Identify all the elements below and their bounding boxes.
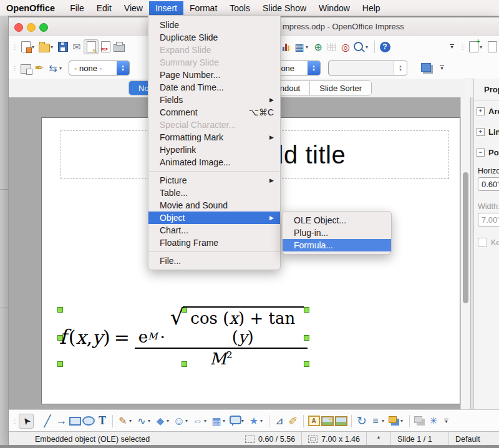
menu-item-movie-and-sound[interactable]: Movie and Sound xyxy=(148,199,280,212)
line-tool-button[interactable]: ╱ xyxy=(41,414,54,428)
menu-item-slide[interactable]: Slide xyxy=(148,19,280,31)
glue-points-button[interactable]: ✐ xyxy=(286,414,300,428)
style-pen-button[interactable]: ✒ xyxy=(32,61,46,75)
collapse-icon[interactable]: − xyxy=(477,149,485,157)
slide-layout-button[interactable] xyxy=(485,40,499,54)
new-slide-dropdown-icon[interactable]: ▾ xyxy=(480,44,485,50)
menu-item-duplicate-slide[interactable]: Duplicate Slide xyxy=(148,31,280,44)
arrow-style-button[interactable]: ⇆ xyxy=(46,61,60,75)
menubar-item-insert[interactable]: Insert xyxy=(149,1,183,15)
edit-mode-button[interactable]: ✎ xyxy=(84,39,99,54)
drawbar-overflow-button[interactable]: ▾ xyxy=(444,419,448,424)
new-document-button[interactable] xyxy=(19,40,32,54)
menubar-item-format[interactable]: Format xyxy=(183,1,223,15)
group-button[interactable] xyxy=(413,414,427,428)
export-pdf-button[interactable]: PDF xyxy=(99,40,112,54)
curve-tool-button[interactable]: ✎ xyxy=(116,414,130,428)
arrow-tool-button[interactable]: → xyxy=(54,414,68,428)
zoom-dropdown-icon[interactable]: ▾ xyxy=(366,44,371,50)
new-slide-button[interactable]: + xyxy=(467,40,480,54)
line-style-combobox[interactable]: - none - ▴▾ xyxy=(69,61,130,75)
statusbar-size[interactable]: 7.00 x 1.46 xyxy=(302,432,367,446)
save-button[interactable] xyxy=(56,40,70,54)
submenu-item-plug-in[interactable]: Plug-in... xyxy=(283,226,391,239)
statusbar-position[interactable]: 0.60 / 5.56 xyxy=(239,432,302,446)
alignment-dropdown-icon[interactable]: ▾ xyxy=(382,418,387,424)
connector-dropdown-icon[interactable]: ▾ xyxy=(148,418,153,424)
submenu-item-ole-object[interactable]: OLE Object... xyxy=(283,214,391,226)
print-button[interactable] xyxy=(112,40,126,54)
menu-item-picture[interactable]: Picture▶ xyxy=(148,174,280,187)
menubar-item-window[interactable]: Window xyxy=(312,1,356,15)
menubar-item-edit[interactable]: Edit xyxy=(90,1,118,15)
edit-points-button[interactable]: ⊿ xyxy=(273,414,286,428)
callouts-button[interactable] xyxy=(228,414,242,428)
close-window-button[interactable] xyxy=(14,23,23,32)
arrange-dropdown-icon[interactable]: ▾ xyxy=(400,418,406,424)
tab-slide-sorter[interactable]: Slide Sorter xyxy=(310,81,371,95)
flowchart-dropdown-icon[interactable]: ▾ xyxy=(223,418,228,424)
ellipse-tool-button[interactable] xyxy=(82,414,95,428)
toolbar2-overflow-button[interactable]: ▾ xyxy=(440,66,444,71)
menu-item-hyperlink[interactable]: Hyperlink xyxy=(148,144,280,156)
flowchart-button[interactable]: ▦ xyxy=(210,414,223,428)
statusbar-layout-name[interactable]: Default xyxy=(449,432,499,446)
menu-item-table[interactable]: Table... xyxy=(148,187,280,199)
menubar-item-slideshow[interactable]: Slide Show xyxy=(256,1,312,15)
expand-icon[interactable]: + xyxy=(477,128,485,136)
block-arrows-dropdown-icon[interactable]: ▾ xyxy=(204,418,210,424)
gallery-button[interactable] xyxy=(334,414,348,428)
minimize-window-button[interactable] xyxy=(27,23,36,32)
arrow-style-dropdown-icon[interactable]: ▾ xyxy=(59,66,65,71)
callouts-dropdown-icon[interactable]: ▾ xyxy=(241,418,247,424)
alignment-button[interactable]: ≡ xyxy=(369,414,382,428)
text-tool-button[interactable]: T xyxy=(95,414,109,428)
display-grid-button[interactable] xyxy=(325,40,339,54)
toolbar2-grip[interactable]: ⋮ xyxy=(12,66,15,71)
menu-item-object[interactable]: Object▶ xyxy=(148,212,280,224)
vertical-scrollbar[interactable] xyxy=(460,97,470,409)
new-document-dropdown-icon[interactable]: ▾ xyxy=(32,44,37,50)
menubar-item-help[interactable]: Help xyxy=(356,1,387,15)
help-button[interactable]: ? xyxy=(378,40,392,54)
interaction-button[interactable]: ✳ xyxy=(427,414,440,428)
menubar-item-file[interactable]: File xyxy=(64,1,90,15)
menubar-item-view[interactable]: View xyxy=(118,1,149,15)
connector-tool-button[interactable]: ∿ xyxy=(135,414,148,428)
menu-item-comment[interactable]: Comment⌥⌘C xyxy=(148,106,280,119)
presentation-toolbar-grip[interactable]: ⋮ xyxy=(460,44,463,50)
sidebar-section-line[interactable]: + Line xyxy=(474,122,499,142)
expand-icon[interactable]: + xyxy=(477,107,485,115)
open-file-dropdown-icon[interactable]: ▾ xyxy=(51,44,56,50)
insert-picture-button[interactable] xyxy=(321,414,334,428)
menu-item-fields[interactable]: Fields▶ xyxy=(148,94,280,106)
drawbar-grip[interactable]: ⋮ xyxy=(12,418,15,424)
open-file-button[interactable] xyxy=(37,40,51,54)
menu-item-floating-frame[interactable]: Floating Frame xyxy=(148,236,280,249)
horizontal-input[interactable]: 0.60" xyxy=(478,177,499,191)
toolbar-overflow-button[interactable]: ▾ xyxy=(450,44,454,49)
insert-table-button[interactable]: ▦ xyxy=(293,40,306,54)
formula-ole-object[interactable]: f (x , y) = eM · √ cos (x xyxy=(59,309,308,365)
insert-table-dropdown-icon[interactable]: ▾ xyxy=(306,44,311,50)
menu-item-file[interactable]: File... xyxy=(148,255,280,267)
arrange-button[interactable] xyxy=(387,414,401,428)
stars-dropdown-icon[interactable]: ▾ xyxy=(260,418,266,424)
symbol-shapes-dropdown-icon[interactable]: ▾ xyxy=(185,418,191,424)
basic-shapes-dropdown-icon[interactable]: ▾ xyxy=(167,418,172,424)
zoom-window-button[interactable] xyxy=(39,23,48,32)
keep-ratio-checkbox[interactable]: Keep ratio xyxy=(478,238,499,247)
block-arrows-button[interactable]: ⇔ xyxy=(191,414,205,428)
select-tool-button[interactable]: ➤ xyxy=(19,414,34,429)
stars-button[interactable]: ★ xyxy=(247,414,261,428)
curve-dropdown-icon[interactable]: ▾ xyxy=(129,418,135,424)
apple-app-menu[interactable]: OpenOffice xyxy=(0,3,64,13)
submenu-item-formula[interactable]: Formula... xyxy=(283,239,391,251)
menu-item-formatting-mark[interactable]: Formatting Mark▶ xyxy=(148,131,280,144)
symbol-shapes-button[interactable]: ☺ xyxy=(172,414,186,428)
width-input[interactable]: 7.00" xyxy=(478,213,499,226)
menu-item-animated-image[interactable]: Animated Image... xyxy=(148,156,280,168)
rectangle-tool-button[interactable] xyxy=(68,414,82,428)
insert-chart-button[interactable] xyxy=(279,40,293,54)
menubar-item-tools[interactable]: Tools xyxy=(223,1,256,15)
